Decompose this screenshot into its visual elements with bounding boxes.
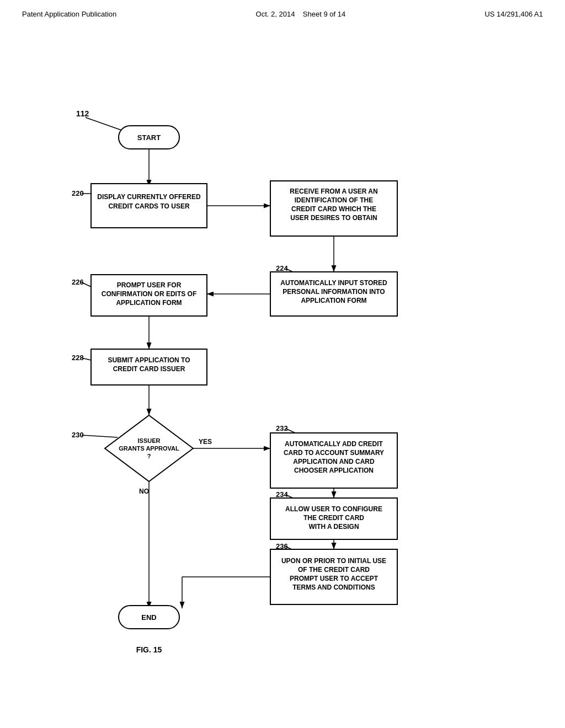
svg-text:PROMPT USER TO ACCEPT: PROMPT USER TO ACCEPT [290, 575, 379, 582]
no-label: NO [139, 488, 149, 495]
header-left: Patent Application Publication [22, 10, 116, 18]
ref-label: 112 [76, 109, 89, 118]
svg-text:CHOOSER APPLICATION: CHOOSER APPLICATION [294, 467, 374, 474]
diagram-area: 112 START 220 DISPLAY CURRENTLY OFFERED … [0, 18, 565, 691]
node-222-text: RECEIVE FROM A USER AN [290, 188, 377, 195]
node-228-text: SUBMIT APPLICATION TO [108, 356, 190, 364]
svg-text:CREDIT CARD ISSUER: CREDIT CARD ISSUER [113, 365, 185, 373]
svg-text:CONFIRMATION OR EDITS OF: CONFIRMATION OR EDITS OF [102, 290, 196, 298]
svg-text:ISSUER: ISSUER [138, 437, 161, 444]
svg-text:APPLICATION AND CARD: APPLICATION AND CARD [293, 458, 375, 465]
svg-text:APPLICATION FORM: APPLICATION FORM [301, 297, 366, 304]
svg-text:CREDIT CARDS TO USER: CREDIT CARDS TO USER [108, 202, 189, 210]
svg-text:APPLICATION FORM: APPLICATION FORM [116, 299, 182, 307]
svg-text:THE CREDIT CARD: THE CREDIT CARD [303, 514, 364, 522]
page-header: Patent Application Publication Oct. 2, 2… [0, 0, 565, 18]
node-232-text: AUTOMATICALLY ADD CREDIT [285, 440, 383, 448]
header-right: US 14/291,406 A1 [484, 10, 543, 18]
svg-text:CREDIT CARD WHICH THE: CREDIT CARD WHICH THE [291, 205, 376, 213]
svg-line-27 [82, 435, 118, 437]
svg-text:OF THE CREDIT CARD: OF THE CREDIT CARD [298, 566, 370, 574]
svg-text:CARD TO ACCOUNT SUMMARY: CARD TO ACCOUNT SUMMARY [284, 449, 384, 457]
node-236-text: UPON OR PRIOR TO INITIAL USE [281, 557, 386, 565]
svg-text:PERSONAL INFORMATION INTO: PERSONAL INFORMATION INTO [282, 288, 385, 296]
node-220-text: DISPLAY CURRENTLY OFFERED [97, 193, 201, 201]
end-label: END [141, 613, 156, 622]
svg-text:?: ? [147, 453, 151, 459]
svg-text:USER DESIRES TO OBTAIN: USER DESIRES TO OBTAIN [290, 214, 377, 222]
node-226-text: PROMPT USER FOR [117, 281, 182, 289]
svg-text:IDENTIFICATION OF THE: IDENTIFICATION OF THE [295, 196, 373, 204]
svg-text:WITH A DESIGN: WITH A DESIGN [308, 523, 359, 531]
yes-label: YES [199, 438, 212, 446]
label-224: 224 [276, 264, 288, 272]
start-label: START [137, 133, 161, 142]
header-center: Oct. 2, 2014 Sheet 9 of 14 [256, 10, 346, 18]
svg-text:GRANTS APPROVAL: GRANTS APPROVAL [119, 445, 179, 452]
node-224-text: AUTOMATICALLY INPUT STORED [280, 279, 387, 287]
fig-caption: FIG. 15 [136, 645, 162, 654]
label-234: 234 [276, 490, 288, 499]
svg-text:TERMS AND CONDITIONS: TERMS AND CONDITIONS [292, 584, 375, 591]
node-234-text: ALLOW USER TO CONFIGURE [285, 505, 382, 513]
